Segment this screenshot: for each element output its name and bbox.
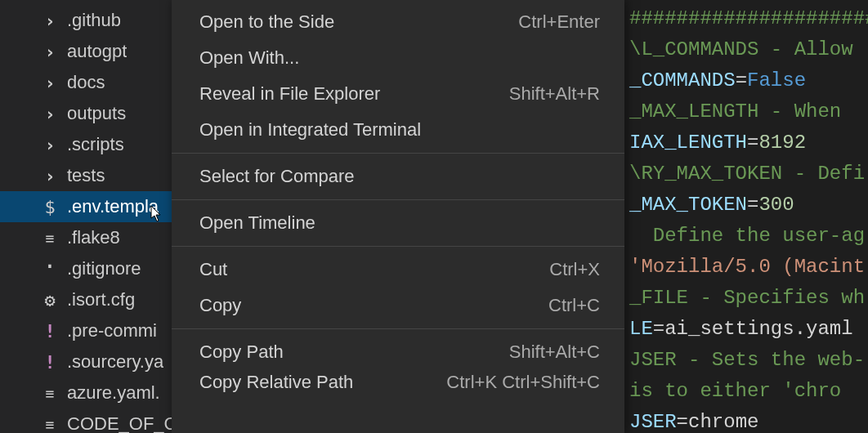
tree-item[interactable]: ›docs: [0, 67, 172, 98]
editor-token: JSER: [629, 411, 677, 433]
menu-separator: [172, 246, 624, 247]
tree-item-label: docs: [67, 72, 105, 93]
file-lines-icon: ≡: [41, 230, 59, 247]
context-menu-item[interactable]: Copy Relative PathCtrl+K Ctrl+Shift+C: [172, 370, 624, 395]
gear-icon: ⚙: [41, 290, 59, 310]
tree-item[interactable]: !.pre-commi: [0, 315, 172, 346]
editor-line[interactable]: #####################: [624, 3, 868, 34]
editor-line[interactable]: JSER - Sets the web-: [624, 345, 868, 376]
menu-item-shortcut: Ctrl+K Ctrl+Shift+C: [446, 372, 600, 393]
menu-item-label: Select for Compare: [199, 166, 355, 187]
editor-token: False: [747, 69, 806, 92]
editor-token: 8192: [758, 132, 806, 154]
tree-item-label: .flake8: [67, 227, 120, 248]
tree-item-label: CODE_OF_C: [67, 413, 172, 433]
menu-item-label: Reveal in File Explorer: [199, 83, 380, 105]
tree-item-label: .env.templa: [67, 196, 159, 217]
tree-item-label: .sourcery.ya: [67, 351, 163, 373]
tree-item[interactable]: ≡.flake8: [0, 222, 172, 253]
menu-item-label: Copy Relative Path: [199, 372, 353, 393]
tree-item[interactable]: ⚙.isort.cfg: [0, 284, 172, 315]
tree-item[interactable]: ≡CODE_OF_C: [0, 408, 172, 433]
editor-line[interactable]: _COMMANDS=False: [624, 65, 868, 96]
menu-item-label: Copy Path: [199, 341, 284, 363]
context-menu-item[interactable]: Open With...: [172, 40, 624, 76]
tree-item[interactable]: ›outputs: [0, 98, 172, 129]
editor-token: \L_COMMANDS - Allow: [629, 38, 865, 60]
chevron-right-icon: ›: [41, 166, 59, 186]
context-menu-item[interactable]: Open to the SideCtrl+Enter: [172, 4, 624, 40]
menu-item-label: Open With...: [199, 47, 299, 69]
chevron-right-icon: ›: [41, 11, 59, 31]
editor-token: =: [747, 194, 758, 216]
editor-token: LE: [629, 318, 653, 340]
menu-item-shortcut: Shift+Alt+R: [509, 83, 600, 105]
chevron-right-icon: ›: [41, 135, 59, 155]
editor-token: 300: [758, 194, 794, 216]
context-menu-item[interactable]: Reveal in File ExplorerShift+Alt+R: [172, 76, 624, 112]
editor-line[interactable]: LE=ai_settings.yaml: [624, 314, 868, 345]
context-menu-item[interactable]: Copy PathShift+Alt+C: [172, 334, 624, 370]
editor-line[interactable]: _FILE - Specifies wh: [624, 283, 868, 314]
editor-line[interactable]: JSER=chrome: [624, 407, 868, 433]
editor-line[interactable]: IAX_LENGTH=8192: [624, 127, 868, 158]
menu-item-shortcut: Ctrl+C: [548, 295, 600, 316]
context-menu-item[interactable]: Select for Compare: [172, 158, 624, 194]
editor-token: IAX_LENGTH: [629, 132, 747, 154]
tree-item[interactable]: ›autogpt: [0, 36, 172, 67]
file-lines-icon: ≡: [41, 385, 59, 402]
tree-item[interactable]: ›tests: [0, 160, 172, 191]
menu-item-shortcut: Shift+Alt+C: [509, 341, 600, 363]
context-menu-item[interactable]: CopyCtrl+C: [172, 288, 624, 324]
exclamation-icon: !: [41, 352, 59, 373]
context-menu: Open to the SideCtrl+EnterOpen With...Re…: [172, 0, 624, 433]
context-menu-item[interactable]: CutCtrl+X: [172, 252, 624, 288]
file-lines-icon: ≡: [41, 416, 59, 433]
tree-item[interactable]: ›.github: [0, 5, 172, 36]
menu-item-label: Open in Integrated Terminal: [199, 119, 421, 141]
editor-line[interactable]: _MAX_TOKEN=300: [624, 190, 868, 221]
editor-line[interactable]: 'Mozilla/5.0 (Macint: [624, 252, 868, 283]
tree-item-label: .scripts: [67, 134, 124, 155]
editor-line[interactable]: \L_COMMANDS - Allow: [624, 34, 868, 65]
editor-token: _COMMANDS: [629, 69, 736, 92]
editor-token: JSER - Sets the web-: [629, 349, 865, 371]
file-explorer: ›.github›autogpt›docs›outputs›.scripts›t…: [0, 0, 172, 433]
editor-line[interactable]: Define the user-ag: [624, 221, 868, 252]
editor-token: ai_settings.yaml: [664, 318, 852, 340]
menu-separator: [172, 199, 624, 200]
exclamation-icon: !: [41, 321, 59, 341]
editor-token: =: [653, 318, 664, 340]
editor-line[interactable]: \RY_MAX_TOKEN - Defi: [624, 158, 868, 190]
tree-item[interactable]: !.sourcery.ya: [0, 346, 172, 377]
tree-item[interactable]: $.env.templa: [0, 191, 172, 222]
tree-item-label: .gitignore: [67, 258, 141, 279]
tree-item-label: autogpt: [67, 41, 127, 62]
editor-token: =: [677, 411, 688, 433]
editor-token: =: [747, 132, 758, 154]
context-menu-item[interactable]: Open Timeline: [172, 205, 624, 241]
tree-item[interactable]: ≡azure.yaml.: [0, 377, 172, 408]
editor-token: #####################: [629, 7, 868, 29]
chevron-right-icon: ›: [41, 42, 59, 62]
tree-item[interactable]: ›.scripts: [0, 129, 172, 160]
editor-token: \RY_MAX_TOKEN - Defi: [629, 163, 865, 185]
editor-token: is to either 'chro: [629, 380, 841, 402]
editor-token: =: [736, 69, 747, 92]
editor-line[interactable]: is to either 'chro: [624, 376, 868, 407]
dollar-icon: $: [41, 197, 59, 217]
editor-line[interactable]: _MAX_LENGTH - When: [624, 96, 868, 127]
editor-token: _FILE - Specifies wh: [629, 287, 865, 309]
context-menu-item[interactable]: Open in Integrated Terminal: [172, 112, 624, 148]
editor-token: Define the user-ag: [629, 225, 865, 247]
tree-item-label: outputs: [67, 103, 126, 124]
menu-item-label: Open to the Side: [199, 11, 334, 33]
menu-item-label: Copy: [199, 295, 241, 316]
tree-item[interactable]: ·.gitignore: [0, 253, 172, 284]
editor-token: chrome: [688, 411, 758, 433]
tree-item-label: azure.yaml.: [67, 382, 160, 404]
menu-separator: [172, 328, 624, 329]
menu-separator: [172, 153, 624, 154]
editor-token: 'Mozilla/5.0 (Macint: [629, 256, 865, 278]
chevron-right-icon: ›: [41, 104, 59, 124]
